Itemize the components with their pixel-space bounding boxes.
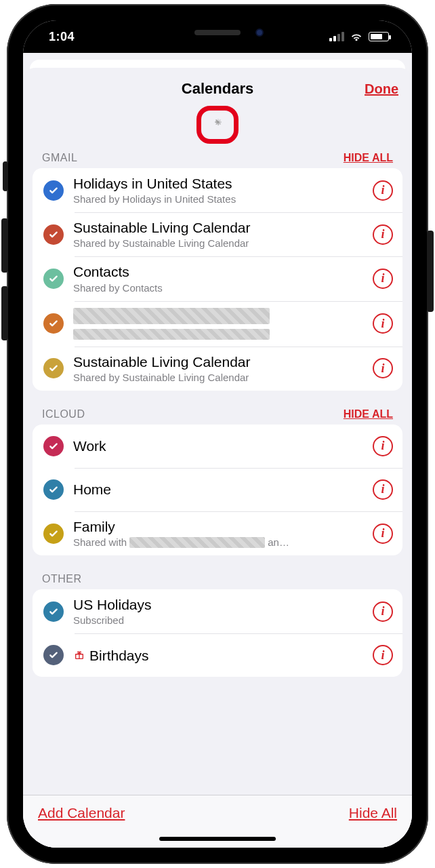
section-label: GMAIL — [42, 152, 77, 164]
sheet-title: Calendars — [34, 80, 401, 98]
battery-icon — [369, 32, 389, 41]
checkmark-icon[interactable] — [43, 524, 64, 544]
calendar-row[interactable]: ContactsShared by Contactsi — [33, 256, 402, 300]
calendar-subtitle: Shared by Holidays in United States — [73, 193, 369, 205]
calendar-row[interactable]: Worki — [33, 425, 402, 468]
section-card: US HolidaysSubscribediBirthdaysi — [33, 589, 402, 677]
hide-all-button[interactable]: Hide All — [349, 805, 397, 821]
calendar-row[interactable]: Sustainable Living CalendarShared by Sus… — [33, 347, 402, 391]
section-hide-all-button[interactable]: HIDE ALL — [344, 408, 393, 420]
section-card: WorkiHomeiFamilyShared with an…i — [33, 425, 402, 555]
loading-spinner-icon — [210, 117, 225, 132]
section-hide-all-button[interactable]: HIDE ALL — [344, 152, 393, 164]
home-indicator — [159, 837, 276, 841]
info-button[interactable]: i — [373, 269, 393, 289]
calendar-title: Family — [73, 518, 369, 535]
checkmark-icon[interactable] — [43, 601, 64, 622]
info-button[interactable]: i — [373, 479, 393, 500]
gift-icon — [73, 649, 85, 661]
calendar-row[interactable]: Sustainable Living CalendarShared by Sus… — [33, 212, 402, 256]
wifi-icon — [350, 32, 363, 41]
calendar-row[interactable]: i — [33, 301, 402, 347]
cellular-icon — [329, 32, 344, 41]
calendar-title: Sustainable Living Calendar — [73, 219, 369, 236]
checkmark-icon[interactable] — [43, 180, 64, 201]
section-label: OTHER — [42, 573, 82, 585]
checkmark-icon[interactable] — [43, 645, 64, 665]
calendar-title: Holidays in United States — [73, 175, 369, 192]
info-button[interactable]: i — [373, 601, 393, 622]
calendar-subtitle: Shared by Contacts — [73, 282, 369, 294]
status-bar: 1:04 — [23, 20, 412, 53]
calendar-row[interactable]: Birthdaysi — [33, 633, 402, 677]
info-button[interactable]: i — [373, 180, 393, 201]
checkmark-icon[interactable] — [43, 479, 64, 500]
calendar-title: Contacts — [73, 263, 369, 280]
calendar-row[interactable]: Homei — [33, 468, 402, 511]
calendar-title: Work — [73, 437, 369, 454]
status-icons — [329, 32, 393, 41]
calendar-title: Birthdays — [73, 647, 369, 664]
calendar-title: US Holidays — [73, 596, 369, 613]
info-button[interactable]: i — [373, 224, 393, 245]
section-card: Holidays in United StatesShared by Holid… — [33, 168, 402, 391]
checkmark-icon[interactable] — [43, 269, 64, 289]
calendar-subtitle: Shared by Sustainable Living Calendar — [73, 372, 369, 384]
calendar-row[interactable]: US HolidaysSubscribedi — [33, 589, 402, 633]
checkmark-icon[interactable] — [43, 224, 64, 245]
calendar-title: Sustainable Living Calendar — [73, 353, 369, 370]
checkmark-icon[interactable] — [43, 436, 64, 456]
add-calendar-button[interactable]: Add Calendar — [38, 805, 125, 821]
status-time: 1:04 — [42, 30, 75, 44]
info-button[interactable]: i — [373, 524, 393, 544]
calendar-row[interactable]: Holidays in United StatesShared by Holid… — [33, 168, 402, 212]
section-label: ICLOUD — [42, 408, 85, 420]
calendar-subtitle: Shared with an… — [73, 536, 369, 549]
checkmark-icon[interactable] — [43, 358, 64, 378]
info-button[interactable]: i — [373, 358, 393, 378]
calendar-subtitle: Subscribed — [73, 614, 369, 627]
calendar-row[interactable]: FamilyShared with an…i — [33, 511, 402, 555]
done-button[interactable]: Done — [365, 81, 398, 97]
calendar-title: Home — [73, 481, 369, 498]
calendar-subtitle: Shared by Sustainable Living Calendar — [73, 237, 369, 250]
info-button[interactable]: i — [373, 645, 393, 665]
info-button[interactable]: i — [373, 313, 393, 334]
info-button[interactable]: i — [373, 436, 393, 456]
calendars-sheet: Calendars Done GMAILHIDE ALLHolidays in … — [23, 68, 412, 848]
calendar-title — [73, 308, 369, 328]
checkmark-icon[interactable] — [43, 313, 64, 334]
